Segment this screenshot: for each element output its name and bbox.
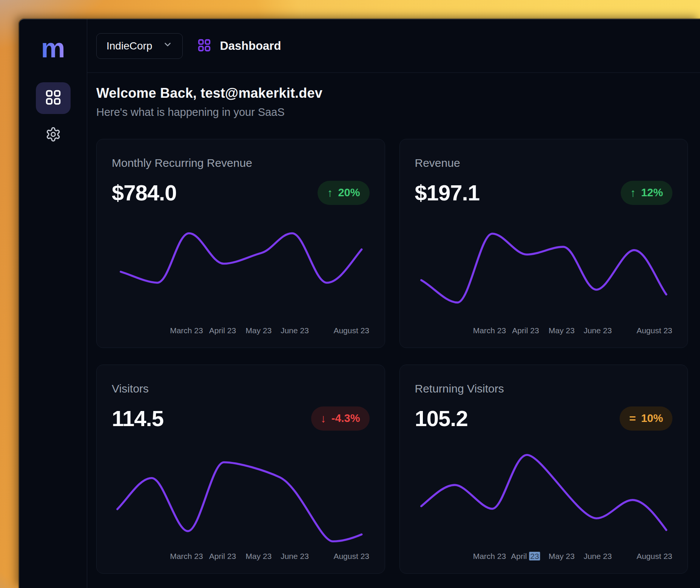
- selected-text-highlight: 23: [529, 552, 540, 560]
- trend-change: -4.3%: [331, 412, 360, 425]
- chart-canvas: [112, 222, 370, 321]
- trend-change: 10%: [641, 412, 663, 425]
- x-axis-label-april-selected: April 23: [511, 552, 540, 561]
- sidebar-item-settings[interactable]: [36, 119, 71, 151]
- x-axis-label: May 23: [246, 326, 272, 335]
- app-window: m: [19, 19, 700, 588]
- line-chart-visitors: March 23 April 23 May 23 June 23 August …: [112, 448, 370, 563]
- equals-icon: =: [629, 412, 636, 425]
- organization-selector[interactable]: IndieCorp: [96, 33, 183, 59]
- x-axis-label: May 23: [549, 326, 575, 335]
- welcome-title: Welcome Back, test@makerkit.dev: [96, 85, 688, 101]
- x-axis-label: August 23: [637, 326, 672, 335]
- trend-change: 12%: [641, 186, 663, 199]
- line-chart-returning-visitors: March 23 April 23 May 23 June 23 August …: [415, 448, 673, 563]
- sidebar-item-dashboard[interactable]: [36, 82, 71, 114]
- x-axis-label: April 23: [209, 552, 236, 561]
- x-axis-label: May 23: [549, 552, 575, 561]
- main-area: IndieCorp Dashboard: [87, 19, 700, 588]
- top-header: IndieCorp Dashboard: [87, 19, 700, 73]
- x-axis-label: June 23: [281, 326, 309, 335]
- trend-badge: ↓ -4.3%: [311, 406, 370, 431]
- card-title: Returning Visitors: [415, 382, 673, 395]
- arrow-down-icon: ↓: [321, 412, 326, 425]
- metric-card-mrr: Monthly Recurring Revenue $784.0 ↑ 20%: [96, 139, 385, 348]
- card-value: 105.2: [415, 406, 468, 431]
- chart-line: [421, 455, 666, 530]
- dashboard-icon: [197, 38, 211, 54]
- card-title: Revenue: [415, 157, 673, 169]
- trend-badge: ↑ 12%: [621, 181, 672, 205]
- metric-cards-grid: Monthly Recurring Revenue $784.0 ↑ 20%: [96, 139, 688, 574]
- chart-line: [117, 462, 362, 542]
- trend-badge: ↑ 20%: [318, 181, 369, 205]
- x-axis-label: June 23: [584, 326, 612, 335]
- line-chart-revenue: March 23 April 23 May 23 June 23 August …: [415, 222, 673, 337]
- x-axis-label: August 23: [333, 326, 369, 335]
- chevron-down-icon: [163, 40, 173, 52]
- desktop-background: m: [0, 0, 700, 588]
- settings-gear-icon: [45, 126, 61, 144]
- x-axis: March 23 April 23 May 23 June 23 August …: [112, 550, 370, 563]
- metric-card-returning-visitors: Returning Visitors 105.2 = 10%: [399, 365, 688, 574]
- page-title: Dashboard: [220, 39, 281, 53]
- x-axis: March 23 April 23 May 23 June 23 August …: [415, 324, 673, 337]
- x-axis-label: March 23: [473, 326, 506, 335]
- x-axis-label: August 23: [333, 552, 369, 561]
- line-chart-mrr: March 23 April 23 May 23 June 23 August …: [112, 222, 370, 337]
- sidebar: m: [19, 19, 87, 588]
- chart-line: [421, 234, 666, 302]
- dashboard-grid-icon: [45, 89, 62, 108]
- chart-line: [121, 233, 362, 283]
- card-value: 114.5: [112, 406, 163, 431]
- makerkit-logo: m: [41, 36, 65, 60]
- chart-canvas: [415, 448, 673, 547]
- metric-card-revenue: Revenue $197.1 ↑ 12%: [399, 139, 688, 348]
- x-axis-label: June 23: [281, 552, 309, 561]
- x-axis-label: March 23: [170, 326, 203, 335]
- x-axis-label: April: [511, 552, 527, 560]
- card-value: $784.0: [112, 180, 176, 205]
- card-title: Monthly Recurring Revenue: [112, 157, 370, 169]
- arrow-up-icon: ↑: [327, 186, 333, 199]
- x-axis-label: April 23: [209, 326, 236, 335]
- x-axis-label: April 23: [512, 326, 539, 335]
- x-axis-label: May 23: [246, 552, 272, 561]
- x-axis-label: August 23: [637, 552, 672, 561]
- metric-card-visitors: Visitors 114.5 ↓ -4.3%: [96, 365, 385, 574]
- page-heading: Dashboard: [197, 38, 281, 54]
- trend-badge: = 10%: [620, 406, 672, 431]
- x-axis: March 23 April 23 May 23 June 23 August …: [112, 324, 370, 337]
- card-title: Visitors: [112, 382, 370, 395]
- dashboard-content: Welcome Back, test@makerkit.dev Here's w…: [87, 73, 700, 588]
- x-axis-label: March 23: [473, 552, 506, 561]
- x-axis-label: March 23: [170, 552, 203, 561]
- chart-canvas: [112, 448, 370, 547]
- card-value: $197.1: [415, 180, 480, 205]
- x-axis-label: June 23: [584, 552, 612, 561]
- trend-change: 20%: [338, 186, 360, 199]
- welcome-subtitle: Here's what is happening in your SaaS: [96, 106, 688, 119]
- x-axis: March 23 April 23 May 23 June 23 August …: [415, 550, 673, 563]
- arrow-up-icon: ↑: [630, 186, 636, 199]
- organization-name: IndieCorp: [106, 40, 152, 52]
- chart-canvas: [415, 222, 673, 321]
